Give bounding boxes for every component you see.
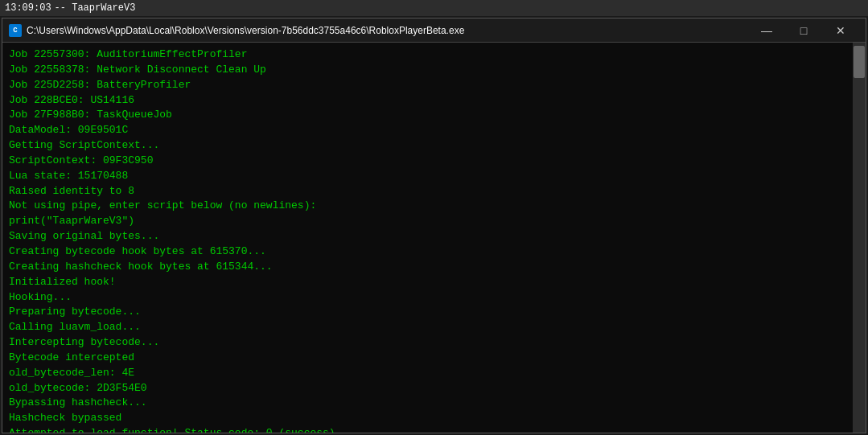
- console-line: Preparing bytecode...: [9, 305, 846, 320]
- console-line: print("TaaprWareV3"): [9, 214, 846, 229]
- console-line: Job 27F988B0: TaskQueueJob: [9, 108, 846, 123]
- console-line: Creating hashcheck hook bytes at 615344.…: [9, 260, 846, 275]
- console-line: ScriptContext: 09F3C950: [9, 154, 846, 169]
- console-window: C C:\Users\Windows\AppData\Local\Roblox\…: [2, 18, 866, 433]
- console-line: DataModel: 09E9501C: [9, 123, 846, 138]
- window-controls: — □ ✕: [748, 18, 859, 43]
- console-area: Job 22557300: AuditoriumEffectProfilerJo…: [2, 43, 866, 433]
- taskbar-time: 13:09:03: [5, 2, 51, 14]
- close-button[interactable]: ✕: [822, 18, 859, 43]
- console-line: Job 22558378: Network Disconnect Clean U…: [9, 63, 846, 78]
- window-title: C:\Users\Windows\AppData\Local\Roblox\Ve…: [27, 25, 742, 36]
- scroll-thumb[interactable]: [854, 46, 865, 78]
- console-line: Job 22557300: AuditoriumEffectProfiler: [9, 47, 846, 63]
- console-line: Job 225D2258: BatteryProfiler: [9, 78, 846, 93]
- taskbar: 13:09:03 -- TaaprWareV3: [0, 0, 868, 16]
- console-line: Intercepting bytecode...: [9, 335, 846, 351]
- taskbar-label: -- TaaprWareV3: [55, 2, 136, 14]
- console-line: Raised identity to 8: [9, 184, 846, 199]
- console-line: Calling luavm_load...: [9, 320, 846, 335]
- console-line: Hooking...: [9, 290, 846, 306]
- minimize-button[interactable]: —: [748, 18, 785, 43]
- console-line: old_bytecode: 2D3F54E0: [9, 381, 846, 396]
- window-icon: C: [9, 24, 22, 37]
- console-line: Getting ScriptContext...: [9, 138, 846, 154]
- console-line: Not using pipe, enter script below (no n…: [9, 199, 846, 214]
- console-line: Bypassing hashcheck...: [9, 396, 846, 411]
- console-line: Saving original bytes...: [9, 229, 846, 244]
- maximize-button[interactable]: □: [785, 18, 822, 43]
- console-line: Job 228BCE0: US14116: [9, 93, 846, 109]
- console-line: Lua state: 15170488: [9, 169, 846, 184]
- console-line: Creating bytecode hook bytes at 615370..…: [9, 244, 846, 260]
- console-line: Attempted to load function! Status code:…: [9, 426, 846, 433]
- title-bar: C C:\Users\Windows\AppData\Local\Roblox\…: [2, 18, 866, 43]
- console-line: Bytecode intercepted: [9, 351, 846, 366]
- console-line: Hashcheck bypassed: [9, 411, 846, 426]
- console-line: old_bytecode_len: 4E: [9, 366, 846, 381]
- console-output[interactable]: Job 22557300: AuditoriumEffectProfilerJo…: [2, 43, 853, 433]
- console-line: Initialized hook!: [9, 275, 846, 290]
- scrollbar[interactable]: [853, 43, 866, 433]
